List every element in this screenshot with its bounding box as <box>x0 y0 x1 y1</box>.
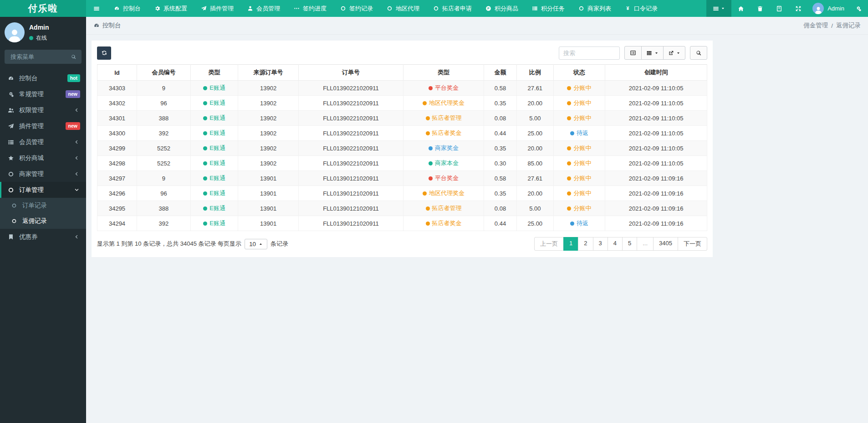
cell-created-at: 2021-02-09 11:10:05 <box>605 126 707 141</box>
cell-label: 待返 <box>577 220 588 227</box>
nav-item-shop-developer-apply[interactable]: 拓店者申请 <box>426 0 479 17</box>
cell-source-order-no: 13902 <box>238 141 299 156</box>
nav-item-sign-records[interactable]: 签约记录 <box>333 0 380 17</box>
refresh-button[interactable] <box>97 46 111 60</box>
nav-item-label: 积分任务 <box>541 5 565 13</box>
cell-member-no: 5252 <box>137 141 191 156</box>
sidebar-item-plugin-manage[interactable]: 插件管理new <box>0 118 86 134</box>
trash-icon <box>757 5 763 12</box>
tabs-dropdown-button[interactable] <box>706 0 731 17</box>
sidebar-toggle-button[interactable] <box>86 0 107 17</box>
page-button-4[interactable]: 4 <box>608 237 623 251</box>
search-icon[interactable] <box>71 54 77 60</box>
cell-label: 拓店者管理 <box>432 205 462 212</box>
cell-bonus-type: 地区代理奖金 <box>403 186 484 201</box>
sidebar-item-merchant-manage[interactable]: 商家管理 <box>0 166 86 182</box>
sidebar-item-permission-manage[interactable]: 权限管理 <box>0 102 86 118</box>
nav-item-area-agent[interactable]: 地区代理 <box>380 0 426 17</box>
circle-icon <box>10 218 18 224</box>
nav-item-console[interactable]: 控制台 <box>107 0 148 17</box>
cell-label: 待返 <box>577 129 588 136</box>
cell-label: E账通 <box>209 190 225 196</box>
cell-amount: 0.35 <box>484 96 516 111</box>
nav-item-label: 插件管理 <box>210 5 234 13</box>
gear-icon <box>154 5 160 11</box>
docs-button[interactable] <box>770 0 789 17</box>
sidebar-item-console[interactable]: 控制台hot <box>0 70 86 86</box>
cell-bonus-type: 商家奖金 <box>403 141 484 156</box>
menu-search-input[interactable] <box>10 53 68 61</box>
cell-status: 分账中 <box>553 186 605 201</box>
sidebar-item-rebate-records[interactable]: 返佣记录 <box>0 213 86 229</box>
settings-button[interactable] <box>849 0 868 17</box>
nav-item-plugin-manage[interactable]: 插件管理 <box>194 0 240 17</box>
page-next-button[interactable]: 下一页 <box>678 237 707 251</box>
nav-item-merchant-list[interactable]: 商家列表 <box>572 0 618 17</box>
nav-item-member-manage[interactable]: 会员管理 <box>240 0 287 17</box>
page-button-1[interactable]: 1 <box>563 237 578 251</box>
status-dot <box>567 191 571 196</box>
book-icon <box>776 5 782 12</box>
brand[interactable]: 付乐啦 <box>0 0 86 17</box>
cell-ratio: 20.00 <box>517 186 553 201</box>
breadcrumb-parent[interactable]: 佣金管理 <box>803 21 828 30</box>
sidebar: Admin 在线 控制台hot常规管理new权限管理插件管理new会员管理积分商… <box>0 17 86 423</box>
cell-type: E账通 <box>190 216 238 231</box>
status-dot <box>203 86 207 90</box>
sidebar-item-order-manage[interactable]: 订单管理 <box>0 182 86 198</box>
cell-label: 分账中 <box>573 99 591 106</box>
cell-status: 分账中 <box>553 201 605 216</box>
page-button-3[interactable]: 3 <box>593 237 608 251</box>
cell-ratio: 85.00 <box>517 156 553 171</box>
nav-item-points-tasks[interactable]: 积分任务 <box>525 0 572 17</box>
nav-item-label: 地区代理 <box>396 5 419 13</box>
rebate-table: Id会员编号类型来源订单号订单号类型金额比例状态创建时间 343039E账通13… <box>97 64 707 231</box>
nav-item-password-records[interactable]: ¥口令记录 <box>618 0 664 17</box>
cell-order-no: FLL01390221020911 <box>298 81 403 96</box>
gauge-icon <box>93 22 100 29</box>
search-button[interactable] <box>690 46 707 60</box>
table-row: 342985252E账通13902FLL01390221020911商家本金0.… <box>97 156 707 171</box>
sidebar-item-order-records[interactable]: 订单记录 <box>0 198 86 213</box>
cell-source-order-no: 13902 <box>238 126 299 141</box>
sidebar-item-points-mall[interactable]: 积分商城 <box>0 150 86 166</box>
page-button-2[interactable]: 2 <box>578 237 593 251</box>
page-button-5[interactable]: 5 <box>622 237 637 251</box>
cell-type: E账通 <box>190 171 238 186</box>
page-button-3405[interactable]: 3405 <box>653 237 678 251</box>
sidebar-item-label: 商家管理 <box>19 170 68 178</box>
page-size-dropdown[interactable]: 10 <box>245 239 267 249</box>
status-dot <box>426 222 430 226</box>
cell-label: E账通 <box>209 114 225 121</box>
sidebar-user-panel: Admin 在线 <box>0 17 86 46</box>
nav-item-system-config[interactable]: 系统配置 <box>148 0 194 17</box>
home-button[interactable] <box>731 0 751 17</box>
paging-toggle-button[interactable] <box>624 46 642 60</box>
clear-cache-button[interactable] <box>751 0 770 17</box>
table-search-input[interactable] <box>559 46 620 60</box>
status-dot <box>567 161 571 165</box>
sidebar-item-member-manage[interactable]: 会员管理 <box>0 134 86 150</box>
nav-item-points-goods[interactable]: P积分商品 <box>479 0 525 17</box>
sidebar-item-coupons[interactable]: 优惠券 <box>0 229 86 245</box>
page-ellipsis[interactable]: ... <box>637 237 654 251</box>
status-dot <box>426 116 430 120</box>
sidebar-item-label: 常规管理 <box>19 90 61 98</box>
user-menu[interactable]: Admin <box>808 3 849 14</box>
cell-type: E账通 <box>190 81 238 96</box>
sidebar-item-general-manage[interactable]: 常规管理new <box>0 86 86 102</box>
page-prev-button[interactable]: 上一页 <box>534 237 564 251</box>
export-button[interactable] <box>663 46 685 60</box>
columns-button[interactable] <box>641 46 664 60</box>
nav-item-sign-progress[interactable]: 签约进度 <box>287 0 333 17</box>
status-dot <box>567 86 571 90</box>
user-name: Admin <box>827 5 844 12</box>
cell-ratio: 5.00 <box>517 111 553 126</box>
cell-id: 34297 <box>97 171 137 186</box>
cell-order-no: FLL01390221020911 <box>298 156 403 171</box>
breadcrumb-current[interactable]: 返佣记录 <box>836 21 861 30</box>
fullscreen-button[interactable] <box>789 0 808 17</box>
cell-order-no: FLL01390221020911 <box>298 141 403 156</box>
column-header-created-at: 创建时间 <box>605 65 707 81</box>
cell-member-no: 9 <box>137 81 191 96</box>
